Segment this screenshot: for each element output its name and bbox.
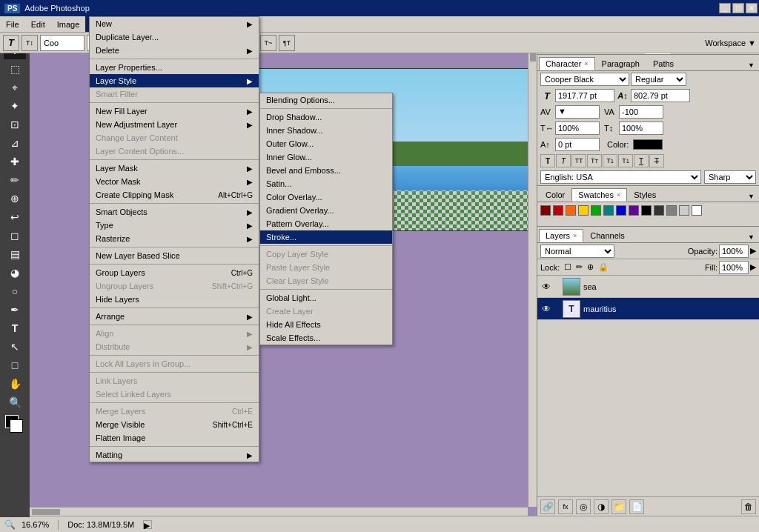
char-para-btn[interactable]: ¶T: [279, 35, 295, 51]
menu-create-clipping-mask[interactable]: Create Clipping Mask Alt+Ctrl+G: [90, 188, 259, 202]
swatch-blue[interactable]: [616, 205, 626, 216]
swatch-teal[interactable]: [603, 205, 614, 216]
italic-btn[interactable]: T: [556, 154, 571, 167]
color-panel-collapse[interactable]: ▼: [745, 191, 758, 202]
submenu-outer-glow[interactable]: Outer Glow...: [260, 137, 392, 150]
submenu-gradient-overlay[interactable]: Gradient Overlay...: [260, 204, 392, 217]
zoom-tool-icon[interactable]: 🔍: [4, 519, 16, 530]
swatch-yellow[interactable]: [578, 205, 589, 216]
swatch-lightgray[interactable]: [679, 205, 689, 216]
allcaps-btn[interactable]: TT: [571, 154, 586, 167]
swatch-green[interactable]: [591, 205, 601, 216]
layer-item-mauritius[interactable]: 👁 T mauritius: [537, 298, 759, 320]
swatch-gray[interactable]: [666, 205, 677, 216]
swatch-white[interactable]: [692, 205, 702, 216]
smallcaps-btn[interactable]: TT: [587, 154, 602, 167]
layer-eye-mauritius[interactable]: 👁: [540, 303, 552, 315]
menu-smart-objects[interactable]: Smart Objects ▶: [90, 205, 259, 219]
blend-mode-select[interactable]: Normal: [540, 245, 614, 258]
workspace-control[interactable]: Workspace ▼: [705, 39, 756, 47]
tab-layers[interactable]: Layers ×: [539, 229, 583, 242]
layer-eye-sea[interactable]: 👁: [540, 281, 552, 293]
scale-h-input[interactable]: [555, 122, 600, 135]
eraser-tool[interactable]: ◻: [4, 227, 26, 245]
clone-tool[interactable]: ⊕: [4, 190, 26, 207]
warp-text-btn[interactable]: T~: [260, 35, 276, 51]
swatch-red[interactable]: [540, 205, 551, 216]
baseline-input[interactable]: [555, 138, 600, 151]
menu-arrange[interactable]: Arrange ▶: [90, 310, 259, 323]
language-select[interactable]: English: USA: [540, 170, 701, 184]
crop-tool[interactable]: ⊡: [4, 116, 26, 133]
sub-btn[interactable]: T1: [618, 154, 633, 167]
menu-layer-properties[interactable]: Layer Properties...: [90, 61, 259, 74]
menu-type[interactable]: Type ▶: [90, 219, 259, 232]
font-name-control[interactable]: Coo: [40, 35, 84, 51]
foreground-color[interactable]: [5, 415, 24, 434]
path-select-tool[interactable]: ↖: [4, 338, 26, 356]
font-name-select[interactable]: Cooper Black: [540, 73, 629, 86]
bold-btn[interactable]: T: [540, 154, 555, 167]
menu-new-layer-based-slice[interactable]: New Layer Based Slice: [90, 249, 259, 262]
char-panel-collapse[interactable]: ▼: [745, 60, 758, 70]
swatch-orange[interactable]: [566, 205, 576, 216]
strikethrough-btn[interactable]: T: [649, 154, 664, 167]
scale-v-input[interactable]: [619, 122, 663, 135]
swatch-darkred[interactable]: [553, 205, 563, 216]
zoom-tool[interactable]: 🔍: [4, 393, 26, 411]
submenu-satin[interactable]: Satin...: [260, 177, 392, 190]
submenu-inner-glow[interactable]: Inner Glow...: [260, 150, 392, 164]
close-button[interactable]: ✕: [746, 3, 758, 13]
submenu-bevel-emboss[interactable]: Bevel and Emboss...: [260, 164, 392, 177]
vertical-scrollbar[interactable]: [528, 39, 537, 507]
tab-channels[interactable]: Channels: [583, 229, 631, 242]
fill-input[interactable]: [719, 261, 749, 274]
menu-layer-style[interactable]: Layer Style ▶: [90, 74, 259, 87]
tab-color[interactable]: Color: [539, 188, 571, 202]
super-btn[interactable]: T1: [603, 154, 617, 167]
lasso-tool[interactable]: ⌖: [4, 79, 26, 96]
underline-btn[interactable]: T: [634, 154, 649, 167]
new-group-btn[interactable]: 📁: [611, 499, 626, 514]
submenu-stroke[interactable]: Stroke...: [260, 230, 392, 244]
tab-paths[interactable]: Paths: [646, 57, 680, 70]
shape-tool[interactable]: □: [4, 356, 26, 374]
menu-image[interactable]: Image: [51, 16, 86, 32]
fill-arrow[interactable]: ▶: [750, 262, 756, 272]
swatch-black[interactable]: [641, 205, 652, 216]
magic-wand-tool[interactable]: ✦: [4, 97, 26, 115]
swatch-purple[interactable]: [629, 205, 639, 216]
maximize-button[interactable]: □: [732, 3, 744, 13]
menu-delete[interactable]: Delete ▶: [90, 44, 259, 57]
menu-edit[interactable]: Edit: [25, 16, 51, 32]
lock-all-icon[interactable]: 🔒: [598, 262, 609, 272]
submenu-hide-all-effects[interactable]: Hide All Effects: [260, 318, 392, 331]
menu-rasterize[interactable]: Rasterize ▶: [90, 232, 259, 245]
marquee-tool[interactable]: ⬚: [4, 60, 26, 78]
submenu-blending-options[interactable]: Blending Options...: [260, 93, 392, 107]
menu-duplicate-layer[interactable]: Duplicate Layer...: [90, 30, 259, 44]
minimize-button[interactable]: _: [719, 3, 731, 13]
tab-swatches[interactable]: Swatches ×: [571, 188, 627, 202]
tab-character[interactable]: Character ×: [539, 57, 595, 70]
dodge-tool[interactable]: ○: [4, 282, 26, 300]
lock-image-icon[interactable]: ✏: [576, 262, 583, 272]
opacity-input[interactable]: [719, 245, 749, 258]
blur-tool[interactable]: ◕: [4, 264, 26, 282]
font-size-input[interactable]: [555, 89, 614, 102]
gradient-tool[interactable]: ▤: [4, 245, 26, 263]
healing-tool[interactable]: ✚: [4, 153, 26, 170]
type-tool[interactable]: T: [4, 319, 26, 337]
menu-vector-mask[interactable]: Vector Mask ▶: [90, 175, 259, 188]
submenu-scale-effects[interactable]: Scale Effects...: [260, 331, 392, 345]
submenu-color-overlay[interactable]: Color Overlay...: [260, 190, 392, 204]
history-tool[interactable]: ↩: [4, 208, 26, 226]
layer-mask-btn[interactable]: ◎: [576, 499, 591, 514]
tab-paragraph[interactable]: Paragraph: [595, 57, 646, 70]
tab-styles[interactable]: Styles: [627, 188, 663, 202]
brush-tool[interactable]: ✏: [4, 171, 26, 189]
menu-hide-layers[interactable]: Hide Layers: [90, 293, 259, 306]
leading-input[interactable]: [631, 89, 690, 102]
new-layer-btn[interactable]: 📄: [629, 499, 644, 514]
adjustment-layer-btn[interactable]: ◑: [594, 499, 609, 514]
